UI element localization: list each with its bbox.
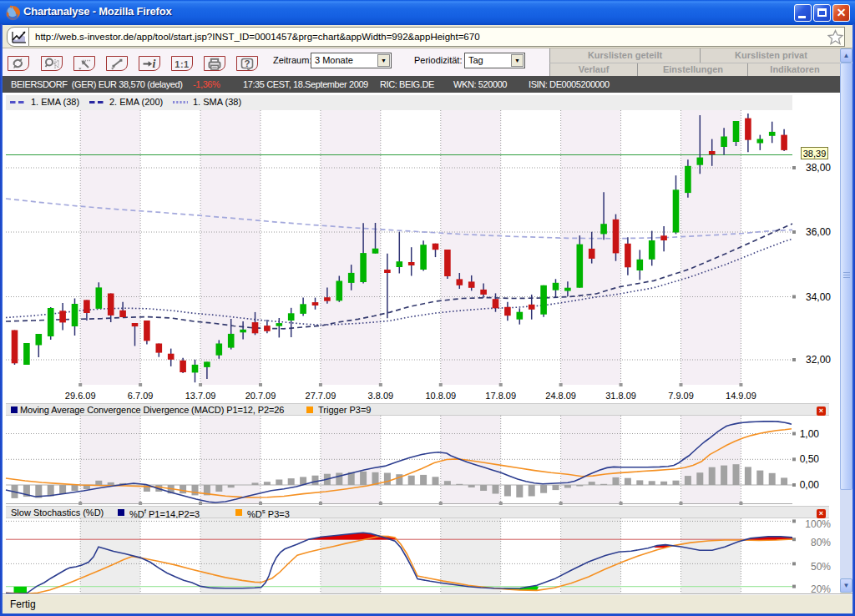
- svg-text:24.8.09: 24.8.09: [545, 391, 576, 401]
- svg-text:38,00: 38,00: [806, 162, 831, 174]
- svg-text:27.7.09: 27.7.09: [306, 391, 336, 401]
- svg-text:29.6.09: 29.6.09: [65, 391, 96, 401]
- svg-text:80%: 80%: [811, 537, 831, 548]
- svg-text:31.8.09: 31.8.09: [605, 391, 636, 401]
- svg-text:i: i: [152, 58, 155, 70]
- svg-text:20.7.09: 20.7.09: [245, 391, 276, 401]
- svg-text:50%: 50%: [811, 561, 831, 573]
- svg-text:38,39: 38,39: [803, 149, 827, 159]
- svg-text:32,00: 32,00: [806, 354, 831, 366]
- svg-text:1:1: 1:1: [175, 59, 189, 69]
- svg-text:?: ?: [244, 58, 250, 68]
- svg-text:20%: 20%: [811, 583, 831, 595]
- svg-text:6.7.09: 6.7.09: [128, 391, 154, 401]
- svg-text:1,00: 1,00: [800, 427, 820, 439]
- svg-text:17.8.09: 17.8.09: [485, 391, 516, 401]
- svg-text:100%: 100%: [805, 518, 831, 530]
- svg-text:13.7.09: 13.7.09: [185, 391, 216, 401]
- svg-text:36,00: 36,00: [806, 226, 831, 238]
- svg-text:0,50: 0,50: [800, 453, 820, 465]
- svg-text:10.8.09: 10.8.09: [425, 391, 456, 401]
- svg-text:3.8.09: 3.8.09: [368, 391, 394, 401]
- svg-text:34,00: 34,00: [806, 291, 831, 303]
- svg-text:7.9.09: 7.9.09: [668, 391, 694, 401]
- svg-text:14.9.09: 14.9.09: [726, 391, 756, 401]
- svg-text:0,00: 0,00: [800, 479, 820, 491]
